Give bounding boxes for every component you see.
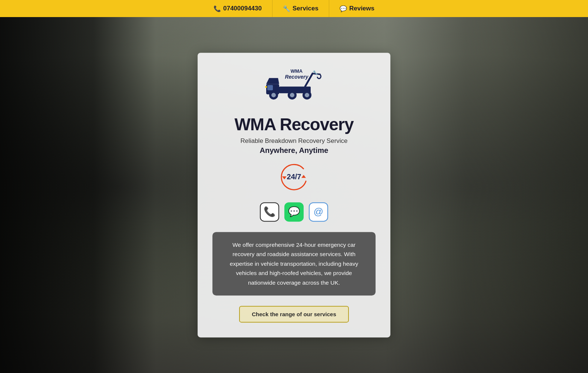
phone-call-button[interactable]: 📞 — [260, 202, 279, 222]
svg-point-6 — [271, 93, 276, 97]
description-box: We offer comprehensive 24-hour emergency… — [212, 232, 376, 296]
email-icon: @ — [314, 206, 323, 217]
svg-point-8 — [290, 93, 294, 97]
nav-services-label: Services — [293, 5, 318, 12]
nav-services[interactable]: 🔧 Services — [272, 0, 329, 17]
nav-reviews[interactable]: 💬 Reviews — [329, 0, 385, 17]
chat-icon: 💬 — [340, 5, 347, 12]
svg-text:🔧: 🔧 — [313, 70, 318, 75]
description-text: We offer comprehensive 24-hour emergency… — [223, 240, 365, 288]
car-left-background — [0, 17, 156, 373]
car-right-background — [384, 17, 588, 373]
svg-text:Recovery: Recovery — [285, 74, 308, 80]
svg-point-10 — [305, 93, 309, 97]
whatsapp-icon: 💬 — [288, 206, 300, 217]
svg-rect-1 — [267, 85, 273, 90]
email-button[interactable]: @ — [309, 202, 328, 222]
navbar: 📞 07400094430 🔧 Services 💬 Reviews — [0, 0, 588, 17]
company-logo: WMA Recovery 🔧 — [255, 66, 333, 107]
badge-247: 24/7 — [279, 162, 309, 202]
svg-text:24/7: 24/7 — [287, 173, 301, 181]
contact-icons-row: 📞 💬 @ — [260, 202, 328, 222]
nav-phone[interactable]: 📞 07400094430 — [203, 0, 272, 17]
logo-container: WMA Recovery 🔧 — [255, 66, 333, 108]
wrench-icon: 🔧 — [283, 5, 290, 12]
svg-marker-17 — [282, 176, 287, 179]
svg-text:WMA: WMA — [291, 68, 303, 74]
car-right-overlay — [384, 17, 588, 373]
cta-services-button[interactable]: Check the range of our services — [239, 306, 349, 323]
svg-rect-11 — [265, 86, 267, 88]
main-card: WMA Recovery 🔧 WMA Recovery Reliable Bre… — [198, 53, 390, 338]
whatsapp-button[interactable]: 💬 — [284, 202, 304, 222]
tagline-bold: Anywhere, Anytime — [260, 146, 328, 155]
car-left-overlay — [0, 17, 156, 373]
nav-reviews-label: Reviews — [349, 5, 374, 12]
nav-phone-number: 07400094430 — [223, 5, 262, 12]
svg-marker-16 — [301, 175, 306, 178]
tagline: Reliable Breakdown Recovery Service — [240, 137, 347, 145]
phone-icon: 📞 — [214, 5, 221, 12]
company-name: WMA Recovery — [234, 114, 353, 134]
phone-handset-icon: 📞 — [264, 206, 275, 217]
